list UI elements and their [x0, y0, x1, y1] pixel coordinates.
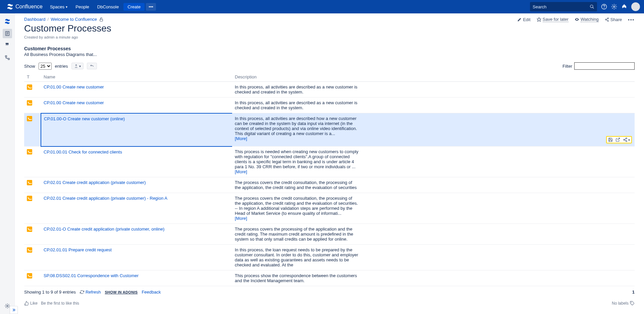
share-button[interactable]: Share [605, 17, 622, 22]
sidebar-pages-icon[interactable] [3, 29, 12, 38]
breadcrumb: Dashboard / Welcome to Confluence [24, 17, 517, 22]
table-row[interactable]: CP.01.00-O Create new customer (online)I… [24, 113, 635, 146]
edit-label: Edit [523, 17, 530, 22]
edit-button[interactable]: Edit [517, 17, 530, 22]
open-external-icon[interactable] [615, 137, 620, 142]
table-row[interactable]: CP.01.00.01 Check for connected clientsT… [24, 146, 635, 177]
sidebar-tree-icon[interactable] [3, 53, 12, 62]
process-link[interactable]: CP.01.00.01 Check for connected clients [44, 149, 122, 154]
like-first-text: Be the first to like this [41, 301, 79, 306]
table-row[interactable]: CP.02.01-O Create credit application (pr… [24, 224, 635, 245]
table-row[interactable]: CP.01.00 Create new customerIn this proc… [24, 82, 635, 98]
svg-rect-18 [100, 19, 103, 21]
svg-point-14 [605, 19, 606, 20]
type-cell [24, 98, 41, 113]
more-actions-button[interactable]: ••• [628, 17, 635, 22]
nav-spaces[interactable]: Spaces▾ [47, 3, 71, 11]
logo[interactable]: Confluence [4, 3, 45, 10]
more-link[interactable]: [More] [235, 169, 247, 174]
process-link[interactable]: CP.02.01.01 Prepare credit request [44, 247, 112, 252]
save-row-icon[interactable] [608, 137, 613, 142]
refresh-button[interactable]: Refresh [80, 290, 101, 295]
save-label: Save for later [543, 17, 569, 22]
feedback-link[interactable]: Feedback [142, 290, 161, 295]
svg-point-22 [626, 140, 627, 142]
more-link[interactable]: [More] [235, 216, 247, 221]
sidebar-confluence-icon[interactable] [3, 17, 12, 26]
settings-icon[interactable] [611, 4, 617, 10]
table-row[interactable]: CP.01.00 Create new customerIn this proc… [24, 98, 635, 113]
like-bar: Like Be the first to like this No labels [24, 301, 635, 306]
page-meta: Created by admin a minute ago [24, 35, 635, 39]
watching-label: Watching [581, 17, 599, 22]
user-avatar[interactable] [631, 2, 640, 11]
desc-text: This process show the correspondence bet… [235, 273, 359, 283]
svg-line-23 [625, 139, 626, 139]
undo-button[interactable] [87, 63, 97, 69]
save-for-later-button[interactable]: Save for later [537, 17, 569, 22]
process-link[interactable]: CP.02.01 Create credit application (priv… [44, 196, 167, 201]
show-in-adonis-link[interactable]: SHOW IN ADONIS [105, 290, 138, 294]
watching-button[interactable]: Watching [575, 17, 599, 22]
name-cell: CP.02.01 Create credit application (priv… [41, 193, 232, 224]
nav-people[interactable]: People [72, 3, 92, 11]
desc-cell: The process covers the credit consultati… [232, 193, 635, 224]
process-link[interactable]: CP.02.01-O Create credit application (pr… [44, 227, 164, 232]
process-link[interactable]: SP.08.DSS02.01 Correspondence with Custo… [44, 273, 139, 278]
process-link[interactable]: CP.02.01 Create credit application (priv… [44, 180, 146, 185]
page-size-select[interactable]: 25 [39, 63, 52, 70]
breadcrumb-dashboard[interactable]: Dashboard [24, 17, 46, 22]
name-cell: CP.02.01-O Create credit application (pr… [41, 224, 232, 245]
more-link[interactable]: [More] [235, 136, 247, 141]
table-row[interactable]: CP.02.01.01 Prepare credit requestIn thi… [24, 245, 635, 270]
svg-line-16 [606, 18, 607, 19]
nav-spaces-label: Spaces [50, 4, 64, 9]
no-labels[interactable]: No labels [612, 301, 635, 306]
desc-text: The process covers the credit consultati… [235, 180, 359, 190]
table-row[interactable]: CP.02.01 Create credit application (priv… [24, 193, 635, 224]
breadcrumb-welcome[interactable]: Welcome to Confluence [51, 17, 97, 22]
nav-more-button[interactable]: ••• [146, 3, 156, 11]
help-icon[interactable] [601, 4, 607, 10]
col-name[interactable]: Name [41, 72, 232, 82]
nav-right [530, 2, 640, 11]
svg-line-1 [593, 7, 594, 9]
unlock-icon[interactable] [99, 17, 104, 22]
table-toolbar: Show 25 entries ▾ Filter [24, 62, 635, 70]
table-row[interactable]: SP.08.DSS02.01 Correspondence with Custo… [24, 270, 635, 286]
svg-point-3 [604, 8, 604, 8]
col-type[interactable]: T [24, 72, 41, 82]
col-desc[interactable]: Description [232, 72, 635, 82]
type-cell [24, 193, 41, 224]
star-icon [537, 17, 541, 22]
name-cell: CP.01.00-O Create new customer (online) [41, 113, 232, 146]
svg-rect-10 [8, 58, 9, 60]
undo-icon [90, 64, 94, 68]
export-icon [74, 64, 78, 68]
create-button[interactable]: Create [123, 3, 145, 11]
search-input[interactable] [533, 4, 590, 9]
filter-wrap: Filter [562, 62, 635, 70]
like-button[interactable]: Like [24, 301, 38, 306]
share-label: Share [610, 17, 622, 22]
tag-icon [630, 301, 635, 306]
process-link[interactable]: CP.01.00-O Create new customer (online) [44, 116, 125, 121]
top-nav: Confluence Spaces▾ People DbConsole Crea… [0, 0, 644, 13]
notification-icon[interactable] [621, 4, 627, 10]
process-link[interactable]: CP.01.00 Create new customer [44, 84, 104, 89]
page-number[interactable]: 1 [632, 290, 635, 295]
export-button[interactable]: ▾ [71, 63, 84, 69]
sidebar-expand-button[interactable] [10, 306, 18, 312]
share-row-icon[interactable]: ▾ [623, 137, 630, 142]
search-box[interactable] [530, 2, 597, 11]
svg-point-11 [7, 305, 8, 307]
table-row[interactable]: CP.02.01 Create credit application (priv… [24, 177, 635, 193]
svg-point-0 [590, 5, 593, 8]
nav-dbconsole[interactable]: DbConsole [94, 3, 122, 11]
svg-line-19 [618, 138, 620, 140]
page-title: Customer Processes [24, 23, 635, 34]
sidebar-quote-icon[interactable]: ❞ [3, 41, 12, 50]
filter-input[interactable] [574, 62, 635, 70]
svg-rect-9 [5, 56, 7, 57]
process-link[interactable]: CP.01.00 Create new customer [44, 100, 104, 105]
